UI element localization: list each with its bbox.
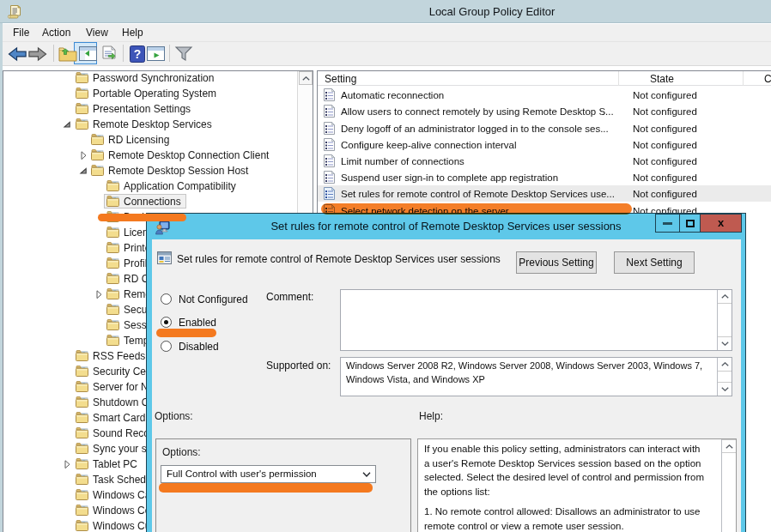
list-row-automatic-reconnection[interactable]: Automatic reconnectionNot configured <box>318 87 771 103</box>
expand-arrow-icon[interactable] <box>63 460 71 469</box>
export-list-icon[interactable] <box>100 44 119 63</box>
comment-scroll-down-button[interactable] <box>718 336 732 350</box>
folder-icon <box>76 88 88 99</box>
policy-setting-icon <box>324 154 335 167</box>
setting-state: Not configured <box>633 90 697 100</box>
list-header: SettingStateComment <box>318 71 771 86</box>
tree-item-rd-licensing[interactable]: RD Licensing <box>3 132 313 148</box>
list-row-allow-users-to-connect-remotely-by-using-remote-desktop-s[interactable]: Allow users to connect remotely by using… <box>318 103 771 119</box>
new-window-icon[interactable] <box>146 44 166 63</box>
supported-on-line2: Windows Vista, and Windows XP <box>346 374 711 384</box>
folder-icon <box>106 319 119 330</box>
help-text-line: 1. No remote control allowed: Disallows … <box>424 505 714 519</box>
help-text-line <box>424 499 714 505</box>
folder-icon <box>106 257 119 269</box>
supported-scroll-down-button[interactable] <box>718 382 732 396</box>
tree-item-presentation-settings[interactable]: Presentation Settings <box>3 101 313 117</box>
list-row-deny-logoff-of-an-administrator-logged-in-to-the-console-ses[interactable]: Deny logoff of an administrator logged i… <box>318 120 771 136</box>
expand-arrow-icon[interactable] <box>79 151 88 160</box>
comment-scrollbar[interactable] <box>717 290 732 350</box>
up-one-level-icon[interactable] <box>58 44 77 63</box>
back-icon[interactable] <box>8 44 27 63</box>
dialog-maximize-button[interactable] <box>679 214 701 233</box>
policy-setting-icon <box>324 122 335 135</box>
previous-setting-button[interactable]: Previous Setting <box>516 251 597 274</box>
supported-scroll-up-button[interactable] <box>718 358 732 372</box>
help-text-line: remote control or view a remote user ses… <box>424 519 714 532</box>
folder-icon <box>106 304 119 315</box>
tree-item-remote-desktop-session-host[interactable]: Remote Desktop Session Host <box>3 163 313 178</box>
setting-state: Not configured <box>633 106 697 117</box>
tree-item-label: Remote Desktop Connection Client <box>108 149 269 161</box>
folder-icon <box>76 458 88 469</box>
column-divider[interactable] <box>743 71 744 86</box>
orange-marker-enabled-radio <box>156 329 216 337</box>
column-header-comment[interactable]: Comment <box>764 73 771 85</box>
forward-icon[interactable] <box>27 44 47 63</box>
help-text-line: the options list: <box>424 485 714 499</box>
tree-item-portable-operating-system[interactable]: Portable Operating System <box>3 86 313 101</box>
tree-item-connections[interactable]: Connections <box>3 194 313 209</box>
tree-item-remote-desktop-connection-client[interactable]: Remote Desktop Connection Client <box>3 148 313 163</box>
tree-item-application-compatibility[interactable]: Application Compatibility <box>3 178 313 194</box>
comment-textbox[interactable] <box>340 289 732 351</box>
show-console-tree-icon[interactable] <box>78 44 98 63</box>
options-label: Options: <box>155 410 193 422</box>
setting-state: Not configured <box>633 156 697 166</box>
supported-on-scrollbar[interactable] <box>717 358 732 396</box>
policy-setting-name: Set rules for remote control of Remote D… <box>177 253 501 265</box>
tree-item-password-synchronization[interactable]: Password Synchronization <box>3 70 313 86</box>
orange-marker-list-row <box>321 203 632 215</box>
folder-icon <box>76 520 88 531</box>
setting-state: Not configured <box>633 140 697 150</box>
menu-view[interactable]: View <box>86 27 108 39</box>
radio-enabled-label: Enabled <box>179 317 216 329</box>
help-text: If you enable this policy setting, admin… <box>424 442 714 532</box>
tree-scroll-up-button[interactable] <box>299 71 313 85</box>
menu-help[interactable]: Help <box>122 27 143 39</box>
column-header-setting[interactable]: Setting <box>325 73 356 85</box>
menu-action[interactable]: Action <box>42 27 70 39</box>
folder-icon <box>76 72 88 83</box>
column-divider[interactable] <box>618 71 619 86</box>
options-dropdown[interactable]: Full Control with user's permission <box>161 465 376 483</box>
help-text-line: a user's Remote Desktop Services session… <box>424 456 714 471</box>
radio-disabled[interactable] <box>161 341 172 352</box>
next-setting-button[interactable]: Next Setting <box>614 251 695 274</box>
menu-bar: FileActionViewHelp <box>3 24 771 42</box>
column-header-state[interactable]: State <box>650 73 674 85</box>
menu-file[interactable]: File <box>13 27 29 39</box>
list-row-configure-keep-alive-connection-interval[interactable]: Configure keep-alive connection interval… <box>318 136 771 153</box>
dialog-close-button[interactable]: x <box>700 214 742 233</box>
folder-icon <box>76 366 88 377</box>
list-row-suspend-user-sign-in-to-complete-app-registration[interactable]: Suspend user sign-in to complete app reg… <box>318 169 771 185</box>
dialog-minimize-button[interactable] <box>655 214 680 233</box>
supported-on-line1: Windows Server 2008 R2, Windows Server 2… <box>346 360 711 371</box>
tree-item-remote-desktop-services[interactable]: Remote Desktop Services <box>3 117 313 132</box>
help-icon[interactable]: ? <box>127 44 147 63</box>
radio-not-configured[interactable] <box>161 293 172 305</box>
filter-icon[interactable] <box>173 44 193 63</box>
tree-item-label: Connections <box>124 196 181 208</box>
radio-enabled[interactable] <box>161 317 172 328</box>
list-row-set-rules-for-remote-control-of-remote-desktop-services-use[interactable]: Set rules for remote control of Remote D… <box>318 185 771 202</box>
policy-setting-icon <box>157 251 172 265</box>
setting-state: Not configured <box>633 189 697 199</box>
help-text-line: selected. Select the desired level of co… <box>424 470 714 485</box>
collapse-arrow-icon[interactable] <box>79 166 88 175</box>
tree-item-label: Remote Desktop Session Host <box>108 165 248 177</box>
radio-not-configured-label: Not Configured <box>179 293 248 305</box>
tree-item-label: Password Synchronization <box>93 72 214 84</box>
folder-icon <box>106 242 119 253</box>
help-scrollbar[interactable] <box>721 439 736 532</box>
folder-icon <box>76 396 88 408</box>
toolbar-separator <box>123 45 124 62</box>
setting-state: Not configured <box>633 172 697 183</box>
folder-icon <box>76 427 88 438</box>
expand-arrow-icon[interactable] <box>94 290 103 299</box>
help-scroll-up-button[interactable] <box>722 439 736 453</box>
list-row-limit-number-of-connections[interactable]: Limit number of connectionsNot configure… <box>318 153 771 169</box>
collapse-arrow-icon[interactable] <box>63 120 71 129</box>
setting-name: Limit number of connections <box>341 156 617 166</box>
comment-scroll-up-button[interactable] <box>718 290 732 304</box>
